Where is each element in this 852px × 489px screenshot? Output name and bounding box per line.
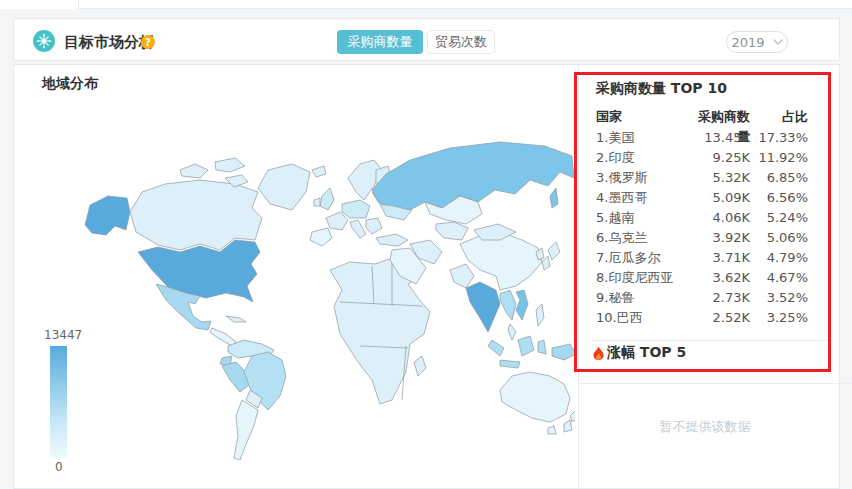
table-row: 7.厄瓜多尔 3.71K 4.79% bbox=[596, 248, 808, 268]
row-country: 8.印度尼西亚 bbox=[596, 268, 688, 288]
country-cuba[interactable] bbox=[226, 316, 246, 322]
row-country: 1.美国 bbox=[596, 128, 688, 148]
growth-top5-title: 涨幅 TOP 5 bbox=[592, 344, 686, 362]
fire-icon bbox=[592, 346, 605, 361]
row-count: 5.09K bbox=[688, 188, 750, 208]
top-strip-vline bbox=[78, 0, 79, 9]
row-count: 5.32K bbox=[688, 168, 750, 188]
row-count: 2.52K bbox=[688, 308, 750, 328]
country-ireland[interactable] bbox=[314, 198, 320, 206]
country-canada[interactable] bbox=[130, 180, 262, 250]
table-row: 3.俄罗斯 5.32K 6.85% bbox=[596, 168, 808, 188]
country-myanmar-thailand[interactable] bbox=[500, 290, 516, 320]
year-select-value: 2019 bbox=[731, 35, 764, 50]
country-indonesia-sumatra[interactable] bbox=[488, 340, 504, 356]
country-indonesia-sulawesi[interactable] bbox=[538, 340, 546, 354]
country-usa-alaska[interactable] bbox=[85, 196, 130, 235]
region-central-america[interactable] bbox=[210, 328, 236, 346]
row-country: 9.秘鲁 bbox=[596, 288, 688, 308]
section-divider bbox=[592, 340, 831, 341]
country-spain-portugal[interactable] bbox=[310, 228, 332, 246]
region-balkans[interactable] bbox=[366, 218, 382, 234]
region-central-asia[interactable] bbox=[436, 222, 468, 240]
country-papua-new-guinea[interactable] bbox=[552, 344, 575, 360]
table-row: 5.越南 4.06K 5.24% bbox=[596, 208, 808, 228]
row-share: 5.06% bbox=[750, 228, 808, 248]
world-map-chart[interactable] bbox=[30, 100, 575, 460]
legend-max-value: 13447 bbox=[44, 328, 82, 342]
row-country: 4.墨西哥 bbox=[596, 188, 688, 208]
country-argentina-chile[interactable] bbox=[234, 400, 258, 460]
row-country: 10.巴西 bbox=[596, 308, 688, 328]
row-share: 6.85% bbox=[750, 168, 808, 188]
country-france[interactable] bbox=[326, 212, 348, 230]
country-japan-north[interactable] bbox=[548, 242, 560, 260]
country-russia[interactable] bbox=[372, 142, 574, 210]
country-vietnam[interactable] bbox=[516, 290, 528, 320]
row-share: 4.67% bbox=[750, 268, 808, 288]
snowflake-icon bbox=[36, 33, 52, 49]
row-share: 6.56% bbox=[750, 188, 808, 208]
tab-buyer-count[interactable]: 采购商数量 bbox=[337, 30, 423, 54]
table-row: 2.印度 9.25K 11.92% bbox=[596, 148, 808, 168]
table-row: 1.美国 13.45K 17.33% bbox=[596, 128, 808, 148]
row-count: 9.25K bbox=[688, 148, 750, 168]
table-row: 6.乌克兰 3.92K 5.06% bbox=[596, 228, 808, 248]
map-section-title: 地域分布 bbox=[42, 75, 98, 93]
country-china[interactable] bbox=[460, 232, 542, 290]
country-pakistan[interactable] bbox=[450, 264, 474, 288]
row-share: 5.24% bbox=[750, 208, 808, 228]
table-row: 9.秘鲁 2.73K 3.52% bbox=[596, 288, 808, 308]
country-usa[interactable] bbox=[138, 240, 260, 302]
country-australia[interactable] bbox=[500, 372, 570, 422]
country-italy[interactable] bbox=[350, 220, 366, 238]
row-share: 17.33% bbox=[750, 128, 808, 148]
country-philippines[interactable] bbox=[536, 304, 544, 326]
row-share: 3.52% bbox=[750, 288, 808, 308]
region-arctic-island-1[interactable] bbox=[180, 164, 208, 178]
row-count: 3.62K bbox=[688, 268, 750, 288]
country-new-zealand-south[interactable] bbox=[564, 420, 572, 432]
row-share: 11.92% bbox=[750, 148, 808, 168]
country-germany-poland[interactable] bbox=[342, 200, 370, 218]
country-madagascar[interactable] bbox=[414, 356, 426, 376]
row-country: 3.俄罗斯 bbox=[596, 168, 688, 188]
country-uk[interactable] bbox=[320, 188, 334, 210]
analysis-module-icon bbox=[33, 30, 55, 52]
table-row: 4.墨西哥 5.09K 6.56% bbox=[596, 188, 808, 208]
table-row: 10.巴西 2.52K 3.25% bbox=[596, 308, 808, 328]
legend-gradient-bar bbox=[50, 346, 67, 458]
country-greenland[interactable] bbox=[258, 164, 310, 210]
country-india[interactable] bbox=[466, 282, 500, 332]
empty-state-text: 暂不提供该数据 bbox=[579, 418, 831, 436]
row-count: 13.45K bbox=[688, 128, 750, 148]
chevron-down-icon bbox=[773, 39, 783, 45]
row-country: 5.越南 bbox=[596, 208, 688, 228]
region-malay-peninsula[interactable] bbox=[508, 324, 516, 340]
country-iceland[interactable] bbox=[312, 166, 326, 177]
tab-trade-count[interactable]: 贸易次数 bbox=[427, 30, 495, 54]
row-country: 6.乌克兰 bbox=[596, 228, 688, 248]
region-tasmania[interactable] bbox=[548, 426, 556, 434]
row-count: 3.71K bbox=[688, 248, 750, 268]
top-strip-border bbox=[78, 8, 852, 9]
region-sakhalin[interactable] bbox=[550, 188, 558, 208]
legend-min-value: 0 bbox=[55, 460, 63, 474]
growth-title-text: 涨幅 TOP 5 bbox=[607, 344, 686, 362]
country-indonesia-java[interactable] bbox=[500, 360, 520, 368]
row-share: 3.25% bbox=[750, 308, 808, 328]
table-row: 8.印度尼西亚 3.62K 4.67% bbox=[596, 268, 808, 288]
row-count: 4.06K bbox=[688, 208, 750, 228]
row-share: 4.79% bbox=[750, 248, 808, 268]
country-indonesia-borneo[interactable] bbox=[518, 336, 534, 356]
region-arctic-island-2[interactable] bbox=[215, 158, 245, 172]
year-select[interactable]: 2019 bbox=[726, 31, 788, 53]
country-new-zealand-north[interactable] bbox=[570, 410, 575, 422]
help-icon[interactable]: ? bbox=[141, 35, 155, 49]
row-count: 3.92K bbox=[688, 228, 750, 248]
top10-title: 采购商数量 TOP 10 bbox=[596, 80, 727, 98]
section-divider-2 bbox=[579, 383, 852, 384]
row-country: 2.印度 bbox=[596, 148, 688, 168]
row-country: 7.厄瓜多尔 bbox=[596, 248, 688, 268]
country-turkey[interactable] bbox=[376, 234, 408, 246]
